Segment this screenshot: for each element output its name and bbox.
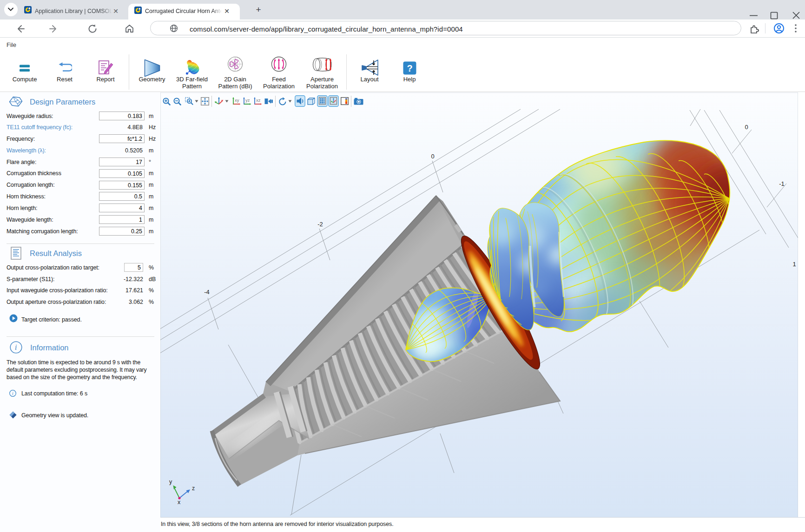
- svg-text:yz: yz: [245, 98, 250, 103]
- svg-text:xy: xy: [235, 98, 239, 103]
- svg-text:0: 0: [745, 124, 748, 131]
- svg-text:i: i: [12, 391, 13, 396]
- svg-text:xz: xz: [256, 98, 261, 103]
- svg-text:?: ?: [407, 63, 412, 73]
- svg-text:0: 0: [431, 153, 434, 160]
- svg-text:-2: -2: [317, 221, 323, 228]
- svg-text:1: 1: [792, 261, 796, 268]
- svg-text:-4: -4: [204, 289, 210, 296]
- svg-text:y: y: [169, 479, 172, 485]
- svg-text:i: i: [15, 343, 17, 352]
- svg-text:x: x: [178, 499, 181, 506]
- svg-text:z: z: [192, 485, 195, 492]
- svg-text:-1: -1: [779, 180, 785, 187]
